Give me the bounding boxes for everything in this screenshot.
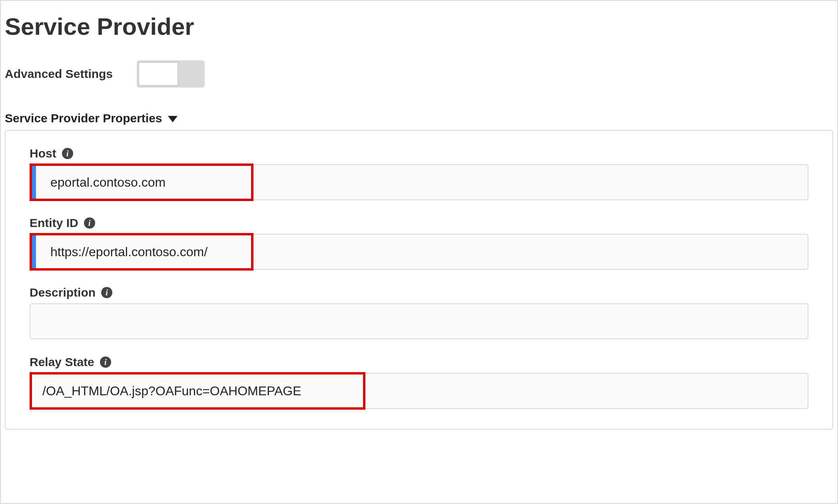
host-label: Host	[30, 147, 56, 160]
info-icon[interactable]: i	[62, 148, 73, 159]
description-label: Description	[30, 286, 96, 299]
relay-state-input[interactable]	[30, 373, 808, 409]
field-relay-state: Relay State i	[30, 355, 808, 409]
section-header[interactable]: Service Provider Properties	[5, 112, 833, 125]
description-input[interactable]	[30, 303, 808, 339]
required-indicator	[30, 235, 36, 269]
info-icon[interactable]: i	[100, 357, 111, 368]
info-icon[interactable]: i	[101, 287, 112, 298]
field-host: Host i	[30, 147, 808, 200]
required-indicator	[30, 165, 36, 199]
toggle-knob	[138, 62, 178, 86]
entity-id-input[interactable]	[30, 234, 808, 270]
advanced-settings-toggle[interactable]	[137, 60, 205, 88]
field-description: Description i	[30, 286, 808, 339]
host-input[interactable]	[30, 164, 808, 200]
info-icon[interactable]: i	[84, 217, 95, 229]
entity-id-label: Entity ID	[30, 216, 78, 230]
advanced-settings-label: Advanced Settings	[5, 67, 113, 81]
relay-state-label: Relay State	[30, 355, 94, 369]
page-title: Service Provider	[5, 13, 833, 40]
service-provider-page: Service Provider Advanced Settings Servi…	[0, 0, 838, 504]
field-entity-id: Entity ID i	[30, 216, 808, 270]
caret-down-icon	[168, 116, 178, 122]
advanced-settings-row: Advanced Settings	[5, 60, 833, 88]
properties-panel: Host i Entity ID i Descrip	[5, 130, 833, 430]
section-header-label: Service Provider Properties	[5, 112, 162, 125]
